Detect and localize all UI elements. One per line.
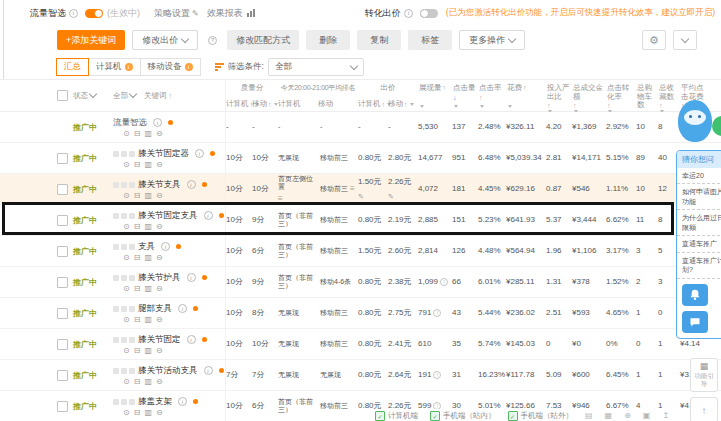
bid-computer-cell[interactable]: - <box>358 112 388 142</box>
delete-icon[interactable]: ⊟ <box>134 347 141 355</box>
keyword-info-icon[interactable]: i <box>161 242 170 251</box>
pause-icon[interactable]: ⊖ <box>156 409 163 417</box>
header-metric-impressions[interactable]: 展现量↑ <box>418 80 452 111</box>
impression-info-icon[interactable]: ! <box>433 309 441 317</box>
copy-button[interactable]: 复制 <box>357 30 401 50</box>
row-checkbox[interactable] <box>57 153 68 164</box>
row-checkbox[interactable] <box>57 215 68 226</box>
header-bid-computer[interactable]: 计算机↑ <box>358 99 388 109</box>
rank-menu-icon[interactable]: ≡ <box>278 194 283 203</box>
footer-grid-icon[interactable]: ▤ <box>585 411 593 420</box>
keyword-info-icon[interactable]: i <box>204 211 213 220</box>
help-question[interactable]: 为什么用过日限额 <box>677 210 721 236</box>
header-bid-mobile[interactable]: 移动↑ <box>388 99 418 109</box>
rank-menu-icon[interactable]: ≡ <box>350 184 355 193</box>
report-icon[interactable]: ▥ <box>144 409 152 417</box>
clock-icon[interactable]: ⊙ <box>123 130 130 138</box>
header-metric-cart[interactable]: 总购物车数↑ <box>636 80 658 111</box>
clock-icon[interactable]: ⊙ <box>123 161 130 169</box>
table-row[interactable]: 推广中 膝关节支具 i ⊙ ⊟ ▥ ⊖ 10分 10分 首页左侧位置≡ 移动前三… <box>0 174 721 205</box>
keyword-info-icon[interactable]: i <box>187 273 196 282</box>
keyword-info-icon[interactable]: i <box>195 149 204 158</box>
edit-pencil-icon[interactable]: ✎ <box>388 193 394 201</box>
feature-guide-button[interactable]: ▦ 功能引导 <box>690 358 718 392</box>
footer-export-icon[interactable]: ↥ <box>662 411 669 420</box>
report-icon[interactable]: ▥ <box>144 347 152 355</box>
tag-button[interactable]: 标签 <box>408 30 452 50</box>
header-metric-ctr[interactable]: 点击率↑ <box>478 80 506 111</box>
bid-mobile-cell[interactable]: 2.60元 <box>388 236 418 266</box>
report-icon[interactable]: ▥ <box>144 161 152 169</box>
table-row[interactable]: 推广中 膝关节固定器 i ⊙ ⊟ ▥ ⊖ 10分 10分 无展现 移动前三 0.… <box>0 143 721 174</box>
pause-icon[interactable]: ⊖ <box>156 316 163 324</box>
delete-icon[interactable]: ⊟ <box>134 254 141 262</box>
collapse-button[interactable] <box>673 30 697 50</box>
clock-icon[interactable]: ⊙ <box>123 223 130 231</box>
chat-button[interactable] <box>682 311 708 333</box>
table-row[interactable]: 推广中 膝关节活动支具 i ⊙ ⊟ ▥ ⊖ 7分 7分 无展现 无展现 0.80… <box>0 360 721 391</box>
pause-icon[interactable]: ⊖ <box>156 130 163 138</box>
header-metric-favorites[interactable]: 总收藏数↑ <box>658 80 680 111</box>
cvr-bid-toggle[interactable] <box>420 9 438 18</box>
header-metric-clicks[interactable]: 点击量↓ <box>452 80 478 111</box>
clock-icon[interactable]: ⊙ <box>123 409 130 417</box>
delete-icon[interactable]: ⊟ <box>134 223 141 231</box>
bid-mobile-cell[interactable]: 2.19元 <box>388 205 418 235</box>
keyword-info-icon[interactable]: i <box>204 366 213 375</box>
report-icon[interactable]: ▥ <box>144 254 152 262</box>
keyword-info-icon[interactable]: i <box>178 304 187 313</box>
plan-toggle[interactable] <box>85 9 103 18</box>
help-question[interactable]: 直通车推广 <box>677 236 721 252</box>
bid-mobile-cell[interactable]: 2.26元✎ <box>388 174 418 204</box>
report-icon[interactable]: ▥ <box>144 378 152 386</box>
header-keyword-sort[interactable]: 关键词↑ <box>144 91 172 101</box>
keyword-info-icon[interactable]: i <box>187 180 196 189</box>
edit-pencil-icon[interactable]: ✎ <box>358 193 364 201</box>
bid-computer-cell[interactable]: 0.80元 <box>358 205 388 235</box>
mascot-widget[interactable] <box>678 94 718 148</box>
pause-icon[interactable]: ⊖ <box>156 285 163 293</box>
help-question[interactable]: 直通车推广计划? <box>677 253 721 279</box>
bid-mobile-cell[interactable]: 2.75元 <box>388 298 418 328</box>
strategy-settings-link[interactable]: 策略设置 ✎ <box>154 7 199 20</box>
row-checkbox[interactable] <box>57 184 68 195</box>
clock-icon[interactable]: ⊙ <box>123 254 130 262</box>
legend-item[interactable]: ✓手机端（站内） <box>430 411 496 421</box>
add-keyword-button[interactable]: +添加关键词 <box>57 30 125 50</box>
delete-icon[interactable]: ⊟ <box>134 285 141 293</box>
filter-funnel-icon[interactable] <box>420 105 424 108</box>
pause-icon[interactable]: ⊖ <box>156 378 163 386</box>
pause-icon[interactable]: ⊖ <box>156 254 163 262</box>
header-metric-roi[interactable]: 投入产出比↑ <box>546 80 572 111</box>
modify-match-button[interactable]: 修改匹配方式 <box>227 30 299 50</box>
more-actions-dropdown[interactable]: 更多操作 <box>459 30 525 50</box>
table-row[interactable]: 推广中 腿部支具 i ⊙ ⊟ ▥ ⊖ 10分 8分 无展现 移动前三 0.80元… <box>0 298 721 329</box>
clock-icon[interactable]: ⊙ <box>123 192 130 200</box>
effect-report-link[interactable]: 效果报表 <box>207 7 255 20</box>
footer-box-icon[interactable]: ▣ <box>643 411 651 420</box>
pause-icon[interactable]: ⊖ <box>156 223 163 231</box>
pause-icon[interactable]: ⊖ <box>156 192 163 200</box>
bid-mobile-cell[interactable]: 2.64元 <box>388 360 418 390</box>
select-all-checkbox[interactable] <box>57 90 68 101</box>
legend-item[interactable]: ✓手机端（站外） <box>508 411 574 421</box>
row-checkbox[interactable] <box>57 370 68 381</box>
header-metric-gmv[interactable]: 总成交金额↑ <box>572 80 606 111</box>
delete-icon[interactable]: ⊟ <box>134 130 141 138</box>
info-icon[interactable]: i <box>404 9 413 18</box>
bid-computer-cell[interactable]: 0.80元 <box>358 143 388 173</box>
bid-mobile-cell[interactable]: 2.38元 <box>388 267 418 297</box>
table-row[interactable]: 推广中 膝关节固定 i ⊙ ⊟ ▥ ⊖ 10分 10分 无展现 移动前三 0.8… <box>0 329 721 360</box>
delete-icon[interactable]: ⊟ <box>134 409 141 417</box>
tab-computer[interactable]: 计算机i <box>88 58 141 76</box>
delete-icon[interactable]: ⊟ <box>134 192 141 200</box>
clock-icon[interactable]: ⊙ <box>123 285 130 293</box>
report-icon[interactable]: ▥ <box>144 192 152 200</box>
impression-info-icon[interactable]: ! <box>440 278 448 286</box>
filter-select[interactable]: 全部 <box>268 58 364 76</box>
header-metric-cvr[interactable]: 点击转化率↑ <box>606 80 636 111</box>
header-status-filter[interactable]: 状态 <box>73 91 96 101</box>
filter-funnel-icon[interactable] <box>454 105 458 108</box>
report-icon[interactable]: ▥ <box>144 316 152 324</box>
info-icon[interactable]: i <box>69 9 78 18</box>
